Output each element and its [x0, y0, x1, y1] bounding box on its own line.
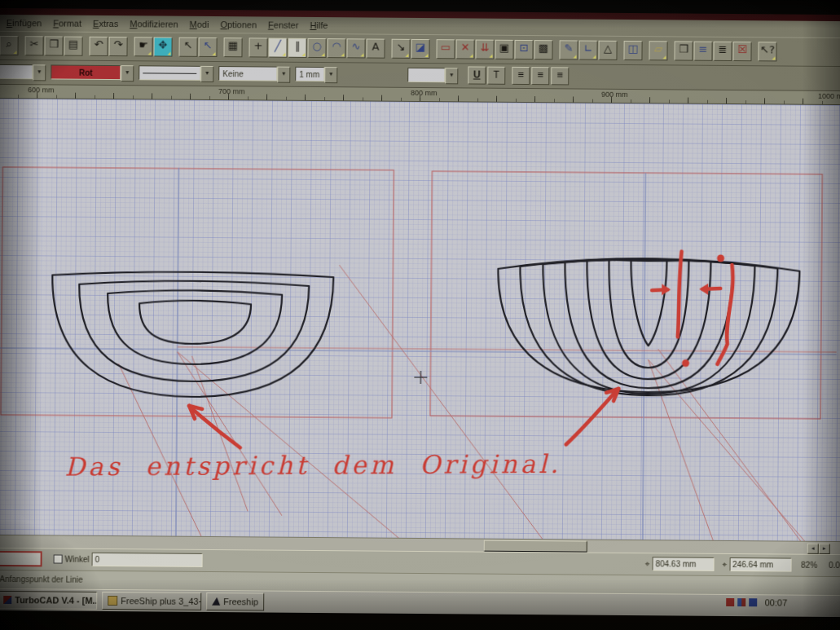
line-tool[interactable]: ╱ [268, 38, 287, 58]
circle-tool[interactable]: ○ [307, 38, 326, 58]
menu-modifizieren[interactable]: Modifizieren [124, 17, 183, 31]
select-tool[interactable]: ↖ [178, 37, 197, 57]
multiline-tool[interactable]: ∥ [288, 38, 306, 58]
rectangle-red-tool[interactable]: ▭ [436, 39, 455, 59]
align-left-button[interactable]: ≡ [512, 67, 530, 85]
ruler-label: 700 mm [218, 87, 245, 95]
tray-icon-blue[interactable] [750, 598, 758, 606]
left-page-frame [1, 167, 394, 418]
drawing-canvas[interactable]: Das entspricht dem Original. [0, 99, 840, 542]
view-3d-button[interactable]: ◫ [623, 41, 642, 60]
angle-checkbox[interactable] [54, 555, 63, 564]
angle-input[interactable]: 0 [92, 553, 203, 567]
group-frame-button[interactable]: ▣ [495, 40, 513, 59]
tray-icon-red[interactable] [727, 598, 735, 606]
dimension-arrow-icon: ↘ [392, 39, 409, 55]
menu-fenster[interactable]: Fenster [262, 18, 304, 31]
system-tray: 00:07 [727, 597, 788, 608]
ruler-label: 800 mm [411, 89, 438, 97]
color-dropdown-value: Rot [51, 65, 121, 81]
taskbar-button-freeship-folder[interactable]: FreeShip plus 3_43+ [102, 592, 201, 610]
align-center-button[interactable]: ≡ [531, 67, 549, 85]
scroll-left-button[interactable]: ◂ [807, 544, 819, 554]
text-tool[interactable]: A [366, 38, 385, 58]
menu-hilfe[interactable]: Hilfe [304, 18, 333, 31]
x-coordinate-field[interactable]: 804.63 mm [652, 557, 714, 572]
plus-icon: + [249, 37, 266, 54]
chevron-down-icon[interactable]: ▾ [200, 66, 213, 82]
textstyle-button[interactable]: T [487, 67, 505, 85]
copy-button[interactable]: ❒ [44, 36, 63, 55]
right-hull-sections[interactable] [497, 257, 799, 396]
fontsize-dropdown-value [407, 68, 445, 82]
chevron-down-icon[interactable]: ▾ [33, 65, 46, 82]
spline-tool[interactable]: ∿ [346, 38, 365, 58]
marker-dot-mid [682, 359, 689, 367]
circle-icon: ○ [308, 38, 325, 55]
linestyle-dropdown[interactable]: ▾ [139, 66, 213, 82]
chevron-down-icon[interactable]: ▾ [277, 67, 290, 83]
chevron-down-icon[interactable]: ▾ [324, 67, 337, 83]
triangle-tool[interactable]: △ [598, 41, 617, 60]
chevron-down-icon[interactable]: ▾ [121, 65, 134, 82]
help-pointer-button[interactable]: ↖? [758, 42, 776, 61]
left-hull-sections[interactable] [51, 271, 333, 398]
edit-hand-tool[interactable]: ✥ [153, 37, 172, 56]
menu-extras[interactable]: Extras [87, 16, 124, 29]
paste-button[interactable]: ▤ [64, 37, 82, 56]
hatch-button[interactable]: ≡ [693, 42, 712, 61]
underline-button[interactable]: U [468, 67, 486, 85]
pattern-dropdown[interactable]: Keine ▾ [218, 66, 290, 82]
layers-icon: ≣ [714, 42, 731, 58]
color-dropdown[interactable]: Rot ▾ [51, 65, 134, 81]
insert-arrows-tool[interactable]: ⇊ [475, 40, 494, 59]
scroll-right-button[interactable]: ▸ [819, 544, 830, 554]
select-open-tool[interactable]: ↖ [198, 37, 217, 57]
align-right-button[interactable]: ≡ [551, 68, 569, 86]
point-tool[interactable]: + [248, 37, 267, 57]
open-folder-button[interactable]: ▱ [649, 41, 667, 60]
pen-tool[interactable]: ✎ [559, 40, 578, 59]
ungroup-frame-button[interactable]: ⊡ [514, 40, 533, 59]
delete-layer-button[interactable]: ☒ [732, 42, 751, 61]
status-prompt: Anfangspunkt der Linie [0, 575, 83, 584]
menu-einfuegen[interactable]: Einfügen [1, 16, 48, 29]
frame-icon: ▣ [495, 40, 512, 56]
cut-button[interactable]: ✂ [24, 36, 43, 55]
redo-button[interactable]: ↷ [108, 37, 127, 56]
arc-tool[interactable]: ◠ [327, 38, 345, 58]
drawing-svg: Das entspricht dem Original. [0, 99, 838, 542]
undo-icon: ↶ [90, 37, 107, 53]
cross-icon: ✕ [456, 39, 473, 55]
taskbar-button-freeship-app[interactable]: Freeship [206, 593, 264, 611]
hand-icon: ☛ [134, 37, 152, 53]
pan-hand-tool[interactable]: ☛ [134, 37, 152, 56]
triangle-icon: △ [599, 41, 616, 57]
taskbar-button-label: FreeShip plus 3_43+ [121, 596, 201, 606]
fontsize-dropdown[interactable]: ▾ [407, 68, 458, 82]
chevron-down-icon[interactable]: ▾ [445, 68, 458, 85]
zoom-tool[interactable]: ⌕ [0, 36, 19, 55]
y-coordinate-field[interactable]: 246.64 mm [729, 557, 791, 572]
tray-icon-multi[interactable] [738, 598, 746, 606]
scrollbar-thumb[interactable] [484, 540, 587, 553]
delete-cross-tool[interactable]: ✕ [455, 39, 474, 59]
taskbar-button-turbocad[interactable]: TurboCAD V.4 - [M... [0, 591, 97, 610]
active-coordinate-field[interactable] [0, 551, 42, 566]
folder-icon: ▱ [649, 41, 666, 57]
layers-button[interactable]: ≣ [713, 42, 732, 61]
style-dropdown[interactable]: ▾ [0, 64, 46, 79]
fill-tool[interactable]: ◪ [411, 39, 429, 59]
hatch-icon: ≡ [694, 42, 711, 58]
pages-button[interactable]: ❒ [674, 41, 693, 60]
menu-modi[interactable]: Modi [184, 17, 215, 30]
width-dropdown[interactable]: 1 mm ▾ [295, 67, 337, 82]
menu-optionen[interactable]: Optionen [214, 18, 262, 31]
dimension-tool[interactable]: ↘ [391, 39, 410, 59]
properties-table-button[interactable]: ▦ [223, 37, 242, 57]
menu-format[interactable]: Format [47, 16, 87, 29]
undo-button[interactable]: ↶ [89, 37, 108, 56]
axis-tool[interactable]: ∟ [578, 41, 597, 60]
node-edit-button[interactable]: ▩ [534, 40, 552, 59]
redo-icon: ↷ [109, 37, 126, 53]
